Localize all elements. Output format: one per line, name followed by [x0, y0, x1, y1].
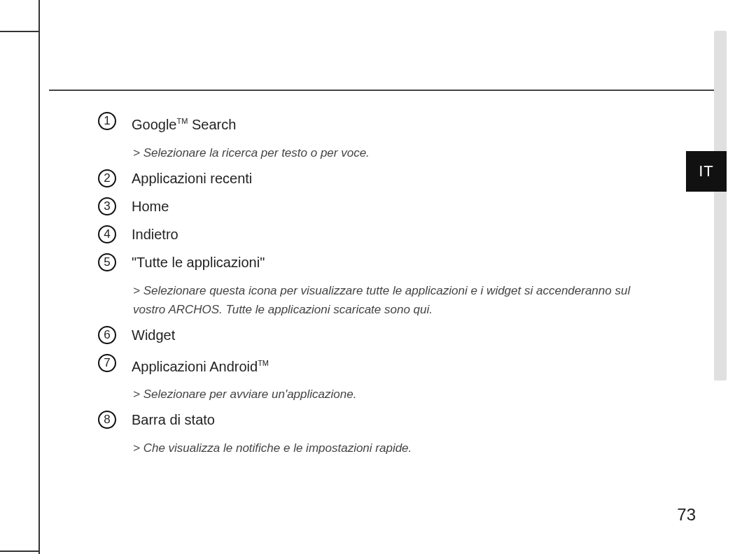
label-text: Applicazioni Android — [132, 358, 258, 374]
item-label: Home — [132, 197, 169, 215]
crop-mark — [38, 0, 40, 32]
item-description: > Che visualizza le notifiche e le impos… — [133, 439, 665, 457]
item-label: GoogleTM Search — [132, 112, 236, 134]
label-text: Google — [132, 117, 177, 132]
item-number-icon: 4 — [98, 225, 116, 243]
item-number-icon: 1 — [98, 112, 116, 130]
list-item: 4 Indietro — [98, 225, 693, 243]
frame-left — [38, 31, 40, 554]
list-item: 5 "Tutte le applicazioni" — [98, 253, 693, 271]
item-number-icon: 6 — [98, 326, 116, 344]
trademark-sup: TM — [177, 117, 188, 125]
item-number-icon: 5 — [98, 253, 116, 271]
page: IT 1 GoogleTM Search > Selezionare la ri… — [0, 0, 756, 554]
item-label: Applicazioni AndroidTM — [132, 354, 269, 376]
header-rule — [49, 90, 714, 91]
item-label: Barra di stato — [132, 411, 215, 429]
page-number: 73 — [677, 505, 696, 525]
item-number-icon: 8 — [98, 411, 116, 429]
item-label: Applicazioni recenti — [132, 169, 252, 187]
item-number-icon: 3 — [98, 197, 116, 215]
list-item: 8 Barra di stato — [98, 411, 693, 429]
item-label: Indietro — [132, 225, 178, 243]
item-description: > Selezionare la ricerca per testo o per… — [133, 143, 665, 162]
item-label: "Tutte le applicazioni" — [132, 253, 265, 271]
list-item: 6 Widget — [98, 326, 693, 344]
list-item: 2 Applicazioni recenti — [98, 169, 693, 187]
list-item: 7 Applicazioni AndroidTM — [98, 354, 693, 376]
list-item: 1 GoogleTM Search — [98, 112, 693, 134]
crop-mark — [0, 31, 39, 32]
item-label: Widget — [132, 326, 175, 344]
trademark-sup: TM — [258, 359, 269, 367]
item-description: > Selezionare per avviare un'applicazion… — [133, 385, 665, 404]
content-list: 1 GoogleTM Search > Selezionare la ricer… — [98, 112, 693, 464]
item-number-icon: 7 — [98, 354, 116, 372]
label-text: Search — [188, 117, 236, 132]
crop-mark — [0, 551, 39, 552]
list-item: 3 Home — [98, 197, 693, 215]
item-description: > Selezionare questa icona per visualizz… — [133, 281, 665, 319]
item-number-icon: 2 — [98, 169, 116, 187]
right-rail — [714, 31, 727, 381]
